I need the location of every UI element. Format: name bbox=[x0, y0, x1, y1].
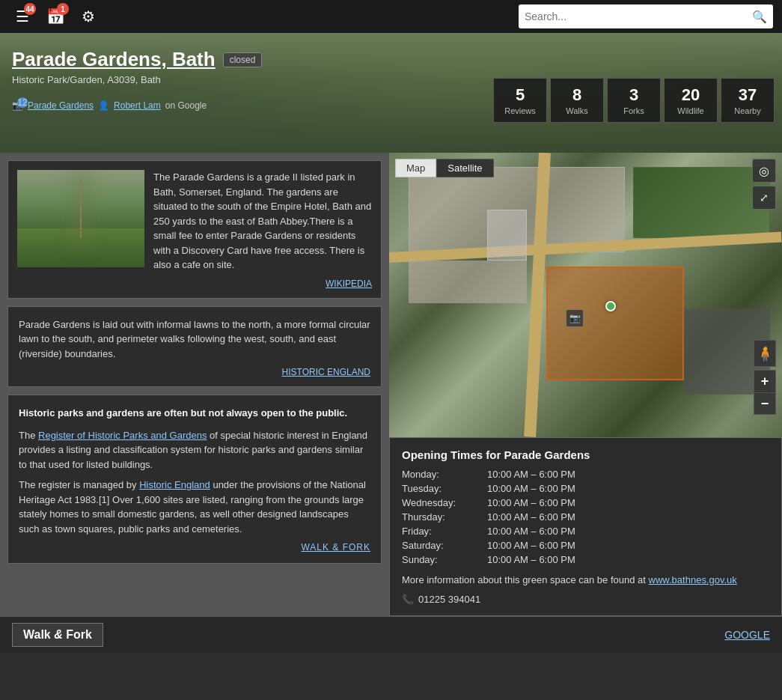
time-day: Saturday: bbox=[402, 540, 484, 551]
photo-count-badge: 12 bbox=[17, 97, 28, 108]
time-value: 10:00 AM – 6:00 PM bbox=[487, 540, 575, 551]
info-para1-prefix: The bbox=[19, 430, 38, 441]
phone-icon: 📞 bbox=[402, 594, 414, 605]
left-column: The Parade Gardens is a grade II listed … bbox=[0, 153, 389, 616]
historic-england-link[interactable]: HISTORIC ENGLAND bbox=[19, 367, 370, 377]
time-day: Monday: bbox=[402, 469, 484, 480]
stat-forks[interactable]: 3 Forks bbox=[607, 78, 661, 123]
map-zoom-controls: 🧍 + − bbox=[754, 340, 776, 415]
register-link[interactable]: Register of Historic Parks and Gardens bbox=[38, 430, 207, 441]
map-location-button[interactable]: ◎ bbox=[752, 159, 776, 183]
description-thumbnail bbox=[17, 170, 144, 267]
search-button[interactable]: 🔍 bbox=[752, 10, 767, 24]
search-input[interactable] bbox=[525, 10, 752, 22]
stat-forks-num: 3 bbox=[629, 85, 638, 105]
info-para2-prefix: The register is managed by bbox=[19, 479, 139, 490]
google-link[interactable]: GOOGLE bbox=[724, 629, 770, 641]
time-value: 10:00 AM – 6:00 PM bbox=[487, 554, 575, 565]
map-background: 📷 bbox=[389, 153, 782, 437]
time-row: Friday:10:00 AM – 6:00 PM bbox=[402, 526, 769, 537]
stat-nearby-label: Nearby bbox=[734, 106, 760, 115]
map-green-area bbox=[633, 167, 771, 238]
person-icon: 👤 bbox=[98, 100, 109, 111]
place-title[interactable]: Parade Gardens, Bath bbox=[12, 48, 216, 71]
closed-badge: closed bbox=[223, 52, 263, 67]
list-badge: 44 bbox=[24, 3, 36, 15]
historic-england-link2[interactable]: Historic England bbox=[139, 479, 210, 490]
map-street-view-button[interactable]: 🧍 bbox=[754, 340, 776, 367]
map-marker bbox=[605, 301, 616, 311]
stat-walks-num: 8 bbox=[572, 85, 581, 105]
stat-wildlife-num: 20 bbox=[682, 85, 700, 105]
stat-reviews-num: 5 bbox=[516, 85, 525, 105]
description-card: The Parade Gardens is a grade II listed … bbox=[7, 160, 382, 299]
walk-fork-logo[interactable]: Walk & Fork bbox=[12, 623, 103, 647]
map-zoom-in-button[interactable]: + bbox=[754, 370, 776, 392]
time-day: Wednesday: bbox=[402, 497, 484, 508]
map-tab-satellite[interactable]: Satellite bbox=[436, 159, 493, 177]
info-para2: The register is managed by Historic Engl… bbox=[19, 478, 370, 536]
stat-reviews-label: Reviews bbox=[504, 106, 536, 115]
map-tab-map[interactable]: Map bbox=[395, 159, 436, 177]
stat-nearby[interactable]: 37 Nearby bbox=[721, 78, 775, 123]
top-nav: ☰ 44 📅 1 ⚙ 🔍 bbox=[0, 0, 782, 33]
main-area: The Parade Gardens is a grade II listed … bbox=[0, 153, 782, 616]
list-icon-wrap[interactable]: ☰ 44 bbox=[9, 3, 36, 30]
wikipedia-link[interactable]: WIKIPEDIA bbox=[153, 279, 372, 289]
more-info-text: More information about this green space … bbox=[402, 573, 769, 588]
map-building-4 bbox=[487, 210, 527, 261]
time-row: Saturday:10:00 AM – 6:00 PM bbox=[402, 540, 769, 551]
time-rows: Monday:10:00 AM – 6:00 PMTuesday:10:00 A… bbox=[402, 469, 769, 565]
calendar-icon-wrap[interactable]: 📅 1 bbox=[42, 3, 69, 30]
phone-row: 📞 01225 394041 bbox=[402, 594, 769, 605]
map-camera-button[interactable]: 📷 bbox=[566, 309, 584, 327]
settings-icon-wrap[interactable]: ⚙ bbox=[75, 3, 102, 30]
time-value: 10:00 AM – 6:00 PM bbox=[487, 511, 575, 523]
stat-walks[interactable]: 8 Walks bbox=[550, 78, 604, 123]
secondary-description-card: Parade Gardens is laid out with informal… bbox=[7, 306, 382, 388]
info-card: Historic parks and gardens are often but… bbox=[7, 395, 382, 564]
stat-wildlife[interactable]: 20 Wildlife bbox=[664, 78, 718, 123]
map-tabs: Map Satellite bbox=[395, 159, 494, 177]
photo-credit-link[interactable]: Parade Gardens bbox=[28, 100, 94, 111]
walk-text: Walk bbox=[23, 628, 51, 641]
map-zoom-out-button[interactable]: − bbox=[754, 392, 776, 415]
time-value: 10:00 AM – 6:00 PM bbox=[487, 469, 575, 480]
walk-fork-link[interactable]: WALK & FORK bbox=[19, 542, 370, 553]
time-day: Thursday: bbox=[402, 511, 484, 523]
thumbnail-image bbox=[17, 170, 144, 267]
camera-wrap: 📷 12 bbox=[12, 100, 23, 111]
photographer-link[interactable]: Robert Lam bbox=[114, 100, 161, 111]
map-expand-button[interactable]: ⤢ bbox=[752, 186, 776, 210]
time-value: 10:00 AM – 6:00 PM bbox=[487, 483, 575, 494]
stat-reviews[interactable]: 5 Reviews bbox=[493, 78, 547, 123]
calendar-badge: 1 bbox=[57, 3, 69, 15]
time-value: 10:00 AM – 6:00 PM bbox=[487, 497, 575, 508]
stat-nearby-num: 37 bbox=[739, 85, 757, 105]
phone-number: 01225 394041 bbox=[418, 594, 480, 605]
map-building-2 bbox=[409, 261, 527, 303]
secondary-description-text: Parade Gardens is laid out with informal… bbox=[19, 317, 370, 362]
time-row: Sunday:10:00 AM – 6:00 PM bbox=[402, 554, 769, 565]
map-container: 📷 Map Satellite ◎ ⤢ 🧍 + − Imagery ©2020 … bbox=[389, 153, 782, 437]
title-row: Parade Gardens, Bath closed bbox=[12, 48, 770, 71]
gear-icon: ⚙ bbox=[82, 7, 95, 25]
time-day: Sunday: bbox=[402, 554, 484, 565]
opening-times-title: Opening Times for Parade Gardens bbox=[402, 448, 769, 461]
description-text-wrap: The Parade Gardens is a grade II listed … bbox=[153, 170, 372, 289]
fork-text: Fork bbox=[66, 628, 92, 641]
search-bar: 🔍 bbox=[519, 4, 773, 28]
time-day: Tuesday: bbox=[402, 483, 484, 494]
opening-times: Opening Times for Parade Gardens Monday:… bbox=[389, 437, 782, 616]
time-row: Monday:10:00 AM – 6:00 PM bbox=[402, 469, 769, 480]
time-row: Wednesday:10:00 AM – 6:00 PM bbox=[402, 497, 769, 508]
nav-left: ☰ 44 📅 1 ⚙ bbox=[9, 3, 102, 30]
website-link[interactable]: www.bathnes.gov.uk bbox=[649, 574, 737, 585]
ampersand-icon: & bbox=[54, 628, 63, 641]
time-row: Tuesday:10:00 AM – 6:00 PM bbox=[402, 483, 769, 494]
stat-forks-label: Forks bbox=[623, 106, 644, 115]
stat-walks-label: Walks bbox=[566, 106, 588, 115]
right-column: 📷 Map Satellite ◎ ⤢ 🧍 + − Imagery ©2020 … bbox=[389, 153, 782, 616]
map-controls: ◎ ⤢ bbox=[752, 159, 776, 210]
description-text: The Parade Gardens is a grade II listed … bbox=[153, 170, 372, 273]
